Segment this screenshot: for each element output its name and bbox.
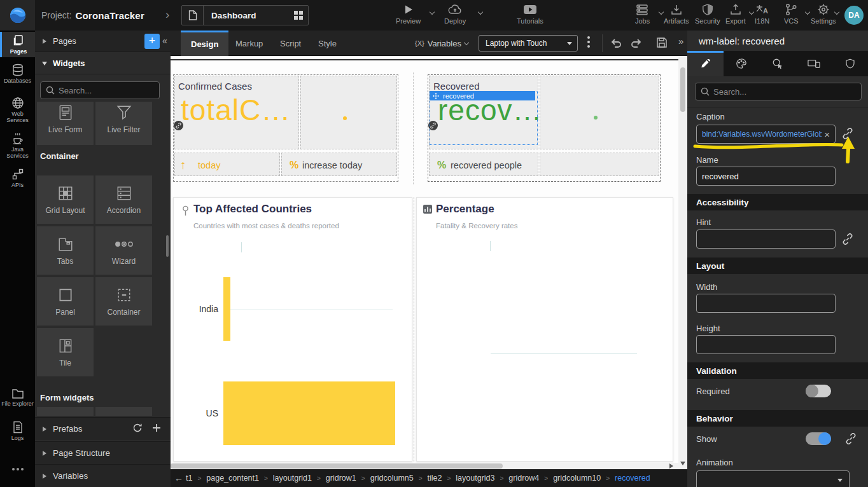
- rail-item-apis[interactable]: APIs: [0, 168, 35, 188]
- deploy-chevron-icon[interactable]: [478, 10, 483, 15]
- rail-item-logs[interactable]: Logs: [0, 421, 35, 441]
- confirmed-spark-cell[interactable]: [300, 76, 397, 149]
- app-logo[interactable]: [0, 0, 35, 31]
- selected-widget-tag[interactable]: recovered: [430, 91, 535, 100]
- recovered-spark-cell[interactable]: [540, 76, 659, 149]
- preview-button[interactable]: Preview: [396, 3, 421, 25]
- widget-tile-grid-layout[interactable]: Grid Layout: [37, 175, 94, 224]
- breadcrumb-item-gridrow4[interactable]: gridrow4: [508, 474, 539, 483]
- widget-tile-live-form[interactable]: Live Form: [37, 102, 94, 145]
- user-avatar[interactable]: DA: [844, 6, 864, 25]
- artifacts-button[interactable]: Artifacts: [664, 3, 689, 25]
- tab-markup[interactable]: Markup: [225, 31, 273, 56]
- jobs-button[interactable]: Jobs: [635, 3, 650, 25]
- expand-right-panel-icon[interactable]: »: [678, 36, 683, 46]
- hint-field[interactable]: [696, 230, 836, 249]
- widget-tile-accordion[interactable]: Accordion: [95, 175, 152, 224]
- bind-show-link-icon[interactable]: [845, 433, 857, 447]
- breadcrumb-item-layoutgrid3[interactable]: layoutgrid3: [456, 474, 494, 483]
- height-field[interactable]: [696, 335, 836, 354]
- settings-button[interactable]: Settings: [811, 3, 836, 25]
- variables-section-header[interactable]: Variables: [35, 464, 171, 487]
- widgets-section-header[interactable]: Widgets: [35, 53, 171, 74]
- rail-item-web-services[interactable]: Web Services: [0, 97, 35, 123]
- collapse-panel-icon[interactable]: «: [162, 36, 167, 46]
- bind-hint-link-icon[interactable]: [842, 233, 853, 247]
- tutorials-button[interactable]: Tutorials: [517, 3, 543, 25]
- tab-devices[interactable]: [795, 51, 832, 76]
- breadcrumb-item-gridcolumn5[interactable]: gridcolumn5: [370, 474, 414, 483]
- pages-section-header[interactable]: Pages + «: [35, 31, 171, 52]
- device-selector[interactable]: Laptop with Touch: [479, 35, 578, 51]
- clipped-widget-tile[interactable]: [95, 407, 152, 416]
- required-toggle[interactable]: [806, 385, 831, 397]
- breadcrumb-item-page_content1[interactable]: page_content1: [206, 474, 259, 483]
- widget-tile-live-filter[interactable]: Live Filter: [95, 102, 152, 145]
- prefabs-section-header[interactable]: Prefabs: [35, 417, 171, 440]
- countries-chart-card[interactable]: Top Affected Countries Countries with mo…: [173, 197, 412, 462]
- tab-properties[interactable]: [687, 51, 724, 76]
- variables-button[interactable]: {X} Variables: [415, 31, 468, 56]
- breadcrumb-item-gridcolumn10[interactable]: gridcolumn10: [553, 474, 601, 483]
- breadcrumb-item-tile2[interactable]: tile2: [428, 474, 442, 483]
- breadcrumb-back-icon[interactable]: ←: [174, 473, 183, 483]
- confirmed-cases-value[interactable]: totalC…: [181, 93, 291, 127]
- i18n-button[interactable]: A I18N: [755, 3, 769, 25]
- preview-chevron-icon[interactable]: [430, 10, 435, 15]
- rail-item-pages[interactable]: Pages: [0, 32, 35, 57]
- breadcrumb-item-recovered[interactable]: recovered: [615, 474, 650, 483]
- widget-tile-tabs[interactable]: Tabs: [37, 226, 94, 275]
- redo-button[interactable]: [630, 36, 643, 51]
- vcs-button[interactable]: VCS: [784, 3, 799, 25]
- widgets-scrollbar[interactable]: [166, 235, 169, 257]
- show-toggle[interactable]: [806, 432, 831, 445]
- canvas-more-menu-icon[interactable]: [587, 36, 590, 48]
- canvas-horizontal-scrollbar[interactable]: [171, 463, 678, 469]
- tab-script[interactable]: Script: [270, 31, 311, 56]
- page-structure-section-header[interactable]: Page Structure: [35, 441, 171, 464]
- undo-button[interactable]: [610, 36, 622, 51]
- widget-search-input[interactable]: [59, 86, 139, 95]
- rail-item-file-explorer[interactable]: File Explorer: [0, 388, 35, 407]
- widget-tile-panel[interactable]: Panel: [37, 277, 94, 326]
- confirmed-today-cell[interactable]: ↑ today: [174, 153, 280, 176]
- canvas-vertical-scrollbar[interactable]: [678, 56, 687, 469]
- bind-caption-link-icon[interactable]: [842, 128, 853, 142]
- chart-bar-US[interactable]: [223, 381, 395, 445]
- widget-tile-tile[interactable]: Tile: [37, 328, 94, 376]
- rail-item-java-services[interactable]: Java Services: [0, 132, 35, 159]
- tab-design[interactable]: Design: [181, 31, 228, 56]
- breadcrumb-item-gridrow1[interactable]: gridrow1: [326, 474, 356, 483]
- caption-field[interactable]: bind:Variables.wsvWordometerGlobal.c ×: [696, 125, 836, 144]
- save-button[interactable]: [655, 36, 668, 51]
- rail-more-icon[interactable]: [0, 468, 35, 470]
- recovered-empty-cell[interactable]: [540, 153, 659, 176]
- export-button[interactable]: Export: [725, 3, 746, 25]
- deploy-button[interactable]: Deploy: [444, 3, 466, 25]
- clear-caption-icon[interactable]: ×: [824, 129, 830, 140]
- widget-tile-wizard[interactable]: Wizard: [95, 226, 152, 275]
- widget-tile-container[interactable]: Container: [95, 277, 152, 326]
- width-field[interactable]: [696, 294, 836, 313]
- design-canvas[interactable]: Confirmed Cases totalC… ↑ today % increa…: [171, 56, 687, 469]
- property-search-input[interactable]: [713, 87, 832, 97]
- vcs-chevron-icon[interactable]: [805, 10, 810, 15]
- tab-styles[interactable]: [724, 51, 760, 76]
- add-prefab-icon[interactable]: [151, 423, 162, 433]
- security-button[interactable]: Security: [695, 3, 720, 25]
- confirmed-cases-cell[interactable]: Confirmed Cases totalC…: [174, 76, 299, 149]
- pages-grid-icon[interactable]: [289, 11, 308, 20]
- clipped-widget-tile[interactable]: [37, 407, 94, 416]
- scroll-down-icon[interactable]: [680, 462, 685, 465]
- refresh-icon[interactable]: [132, 423, 143, 433]
- page-tab-dashboard[interactable]: Dashboard: [181, 5, 309, 25]
- breadcrumb-item-layoutgrid1[interactable]: layoutgrid1: [273, 474, 312, 483]
- chart-bar-India[interactable]: [223, 277, 230, 341]
- scrollbar-thumb[interactable]: [171, 463, 503, 469]
- recovered-people-cell[interactable]: % recovered people: [429, 153, 538, 176]
- confirmed-increase-cell[interactable]: % increase today: [281, 153, 397, 176]
- jobs-chevron-icon[interactable]: [659, 10, 664, 15]
- breadcrumb-item-t1[interactable]: t1: [186, 474, 192, 483]
- percentage-chart-card[interactable]: Percentage Fatality & Recovery rates: [416, 197, 673, 462]
- scrollbar-thumb[interactable]: [680, 67, 685, 112]
